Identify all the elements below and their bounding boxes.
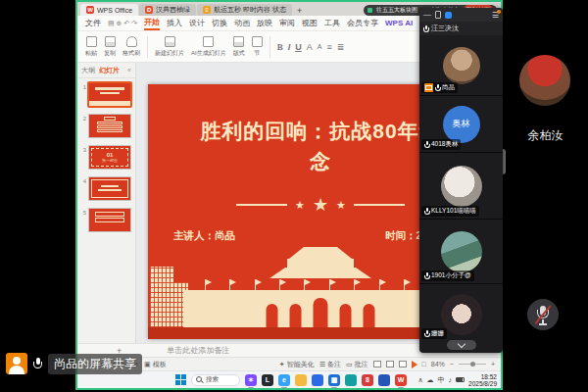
gate-arches: [267, 298, 375, 327]
video-tile-1901[interactable]: 1901小分子@: [419, 220, 503, 284]
notes-placeholder[interactable]: 单击此处添加备注: [167, 345, 229, 356]
app-icon-wps[interactable]: W: [395, 374, 407, 386]
new-tab-button[interactable]: +: [297, 6, 302, 16]
tab-wps-office[interactable]: W WPS Office: [80, 4, 138, 16]
tab-document-3[interactable]: ≡ 航运五秒 即时内容 状态: [197, 4, 292, 16]
slide-thumb-3[interactable]: 01 第一部分: [88, 145, 131, 170]
tab-slides[interactable]: 幻灯片: [99, 66, 120, 75]
video-tile-klly[interactable]: KLLY101喵喵喵: [419, 153, 503, 220]
ribbon-tab-review[interactable]: 审阅: [279, 18, 295, 28]
tray-cloud-icon[interactable]: ☁: [427, 376, 434, 384]
video-tile-shanshan[interactable]: 姗姗: [419, 284, 503, 353]
zoom-out-button[interactable]: −: [450, 361, 454, 368]
zoom-slider[interactable]: [459, 364, 486, 366]
video-tile-shangpin[interactable]: 尚品: [419, 35, 503, 96]
tray-battery-icon[interactable]: [456, 377, 465, 382]
collapse-panel-button[interactable]: «: [127, 67, 131, 74]
tray-chevron-icon[interactable]: ∧: [417, 376, 422, 384]
ai-slide-button[interactable]: AI生成幻灯片: [191, 36, 226, 58]
screen-share-icon: [424, 83, 433, 92]
taskbar-search[interactable]: 搜索: [191, 374, 240, 386]
video-tile-aolin[interactable]: 奥林 4018奥林: [419, 96, 503, 153]
zoom-level[interactable]: 84%: [431, 361, 445, 368]
reading-view-button[interactable]: [399, 361, 407, 368]
normal-view-button[interactable]: [373, 361, 381, 368]
tray-ime-icon[interactable]: 中: [438, 375, 445, 385]
doc-yellow-icon: ≡: [203, 6, 211, 14]
slide-thumb-5[interactable]: [88, 208, 131, 232]
ribbon-tab-design[interactable]: 设计: [189, 18, 205, 28]
toolbar-divider: [147, 36, 148, 58]
comments-button[interactable]: ▭ 批注: [346, 360, 368, 369]
font-controls[interactable]: BIUAA≡≣: [277, 42, 345, 52]
tray-volume-icon[interactable]: ♪: [449, 376, 453, 383]
mute-button[interactable]: [527, 299, 559, 330]
status-right-cluster: ✦ 智能美化 ☰ 备注 ▭ 批注 □ 84% − +: [279, 360, 495, 369]
slideshow-play-button[interactable]: [412, 361, 417, 368]
slide-thumb-1[interactable]: [88, 82, 131, 107]
notes-toggle-button[interactable]: ☰ 备注: [319, 360, 341, 369]
ribbon-tab-home[interactable]: 开始: [144, 17, 160, 30]
tab-label: 汉典西柚绿: [156, 5, 190, 15]
beautify-button[interactable]: ✦ 智能美化: [279, 360, 315, 369]
app-icon-blue[interactable]: [312, 374, 323, 386]
ribbon-tab-member[interactable]: 会员专享: [347, 18, 378, 28]
meeting-stage: W WPS Office D 汉典西柚绿 ≡ 航运五秒 即时内容 状态 + 往五…: [0, 0, 588, 392]
app-icon-office[interactable]: ▦: [328, 374, 340, 386]
taskbar-clock[interactable]: 18:52 2025/8/29: [468, 373, 497, 387]
mic-icon: [423, 25, 428, 32]
slide-thumb-4[interactable]: [88, 176, 131, 201]
ribbon-tab-wps-ai[interactable]: WPS AI: [385, 19, 413, 27]
app-icon-browser[interactable]: e: [278, 374, 290, 386]
app-icon-teal[interactable]: [345, 374, 357, 386]
app-icon-dark[interactable]: L: [262, 374, 273, 386]
ribbon-tab-view[interactable]: 视图: [302, 18, 318, 28]
app-icon-files[interactable]: [295, 374, 307, 386]
mic-icon: [424, 272, 429, 279]
paste-icon: [86, 36, 97, 47]
menu-button[interactable]: ☰: [492, 11, 499, 20]
ribbon-tab-insert[interactable]: 插入: [167, 18, 182, 28]
section-icon: [252, 36, 263, 47]
thumbnail-list: 1 2: [77, 78, 135, 343]
thumbnail-row: 1: [79, 82, 135, 107]
tile-name-label: 4018奥林: [421, 139, 461, 150]
ribbon-tab-slideshow[interactable]: 放映: [257, 18, 272, 28]
sorter-view-button[interactable]: [386, 361, 394, 368]
minimize-button[interactable]: —: [423, 11, 431, 19]
app-icon-navy[interactable]: [378, 374, 390, 386]
section-button[interactable]: 节: [252, 36, 263, 58]
app-icon-red[interactable]: 8: [362, 374, 373, 386]
slide-thumb-2[interactable]: [88, 114, 131, 138]
file-menu-button[interactable]: 文件: [85, 18, 101, 28]
ribbon-tab-animation[interactable]: 动画: [234, 18, 250, 28]
tile-name-label: 尚品: [421, 82, 458, 93]
wps-logo-icon: W: [86, 6, 94, 14]
layout-button[interactable]: 版式: [233, 36, 245, 58]
quick-access-toolbar[interactable]: ▤ ⊕ ↶ ↷: [108, 20, 137, 27]
fullscreen-button[interactable]: □: [422, 361, 426, 368]
tab-document-2[interactable]: D 汉典西柚绿: [139, 4, 196, 16]
collapse-tiles-button[interactable]: [447, 340, 476, 350]
format-painter-button[interactable]: 格式刷: [122, 36, 140, 58]
template-button[interactable]: ▣ 模板: [144, 360, 167, 369]
participant-name: 余柏汝: [503, 127, 588, 144]
toolbar-divider: [270, 36, 270, 58]
zoom-in-button[interactable]: +: [491, 361, 495, 368]
paste-button[interactable]: 粘贴: [85, 36, 97, 58]
screen-share-toast: 尚品的屏幕共享: [6, 351, 142, 376]
copy-button[interactable]: 复制: [104, 36, 116, 58]
tab-outline[interactable]: 大纲: [81, 66, 95, 75]
start-button[interactable]: [175, 374, 186, 385]
ribbon-tab-tools[interactable]: 工具: [324, 18, 340, 28]
new-slide-button[interactable]: 新建幻灯片: [155, 36, 184, 58]
mic-icon: [33, 358, 42, 370]
tab-label: 航运五秒 即时内容 状态: [214, 5, 286, 15]
app-icon-meeting[interactable]: ✶: [245, 374, 257, 386]
participant-panel: — ☰ 汪三决汰 尚品 奥林 4018奥林: [419, 8, 503, 353]
ribbon-tab-transition[interactable]: 切换: [212, 18, 227, 28]
screen-share-label: 尚品的屏幕共享: [48, 354, 142, 374]
gate-roof-top: [289, 247, 352, 259]
presenter-avatar-icon: [6, 353, 27, 374]
active-speaker-bar: 汪三决汰: [419, 22, 503, 35]
